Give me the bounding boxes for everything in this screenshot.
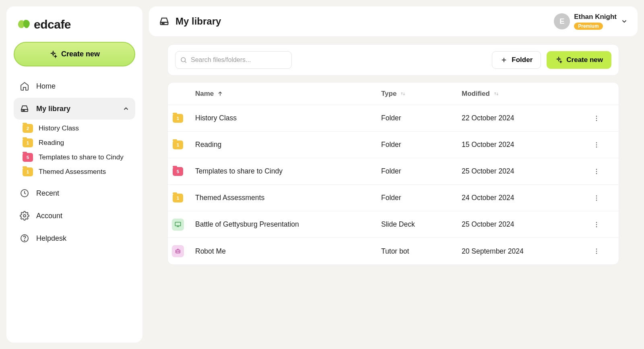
row-more-button[interactable]: [590, 112, 603, 124]
svg-point-28: [596, 222, 597, 223]
row-type: Folder: [381, 140, 462, 149]
sparkle-icon: [49, 50, 57, 58]
nav-helpdesk-label: Helpdesk: [36, 234, 66, 243]
nav-my-library[interactable]: My library: [14, 98, 135, 120]
row-more-button[interactable]: [590, 165, 603, 178]
col-name[interactable]: Name: [195, 90, 381, 98]
row-more-button[interactable]: [590, 245, 603, 257]
svg-point-4: [23, 215, 26, 217]
user-menu[interactable]: E Ethan Knight Premium: [554, 13, 628, 30]
search-wrap: [175, 51, 292, 69]
nav-home-label: Home: [36, 82, 56, 91]
search-input[interactable]: [175, 51, 292, 69]
sidebar-folder-label: Reading: [39, 139, 64, 147]
svg-point-6: [24, 240, 25, 241]
logo: edcafe: [14, 15, 135, 39]
nav-account[interactable]: Account: [14, 205, 135, 227]
svg-point-32: [177, 251, 178, 252]
search-icon: [180, 56, 187, 64]
sidebar-folder-templates-cindy[interactable]: 5 Templates to share to Cindy: [14, 150, 135, 165]
table-row[interactable]: 1Themed AssessmentsFolder24 October 2024: [168, 185, 619, 211]
row-more-button[interactable]: [590, 139, 603, 151]
row-type: Folder: [381, 114, 462, 122]
user-meta: Ethan Knight Premium: [574, 13, 617, 30]
table-row[interactable]: 1ReadingFolder15 October 2024: [168, 132, 619, 158]
svg-point-35: [596, 251, 597, 252]
plus-icon: [500, 56, 508, 64]
create-new-button[interactable]: Create new: [14, 42, 135, 66]
svg-point-8: [162, 23, 163, 24]
nav-home[interactable]: Home: [14, 75, 135, 97]
svg-point-20: [596, 147, 597, 147]
svg-point-19: [596, 144, 597, 145]
row-name: Battle of Gettysburg Presentation: [195, 220, 381, 229]
svg-point-34: [596, 249, 597, 250]
main: My library E Ethan Knight Premium: [149, 6, 638, 343]
table-row[interactable]: 1History ClassFolder22 October 2024: [168, 105, 619, 132]
col-modified-label: Modified: [462, 90, 490, 98]
col-name-label: Name: [195, 90, 214, 98]
nav-recent[interactable]: Recent: [14, 182, 135, 204]
row-type: Tutor bot: [381, 247, 462, 256]
new-folder-label: Folder: [512, 56, 533, 64]
drive-icon: [159, 16, 170, 27]
chevron-up-icon: [122, 105, 130, 112]
sidebar: edcafe Create new Home My library 2: [6, 6, 142, 343]
row-name: Themed Assessments: [195, 194, 381, 202]
sidebar-folder-label: Themed Assessments: [39, 168, 106, 176]
arrow-up-icon: [217, 91, 223, 97]
svg-point-16: [596, 118, 597, 118]
svg-point-18: [596, 142, 597, 143]
logo-text: edcafe: [34, 18, 71, 31]
folder-icon: 5: [172, 166, 184, 177]
row-name: Reading: [195, 140, 381, 149]
sidebar-folder-reading[interactable]: 1 Reading: [14, 136, 135, 150]
new-folder-button[interactable]: Folder: [492, 51, 541, 69]
file-table: Name Type Modified: [167, 82, 619, 265]
toolbar: Folder Create new: [167, 44, 619, 76]
svg-point-23: [596, 173, 597, 174]
sidebar-folder-history-class[interactable]: 2 History Class: [14, 121, 135, 136]
bot-icon: [172, 246, 184, 256]
col-type[interactable]: Type: [381, 90, 462, 98]
clock-icon: [19, 188, 30, 198]
table-row[interactable]: Battle of Gettysburg PresentationSlide D…: [168, 211, 619, 238]
folder-icon: 1: [172, 140, 184, 150]
svg-line-11: [185, 61, 186, 62]
gear-icon: [19, 211, 30, 221]
table-row[interactable]: 5Templates to share to CindyFolder25 Oct…: [168, 158, 619, 185]
folder-icon: 1: [23, 167, 33, 176]
svg-point-36: [596, 253, 597, 254]
toolbar-create-new-button[interactable]: Create new: [547, 51, 611, 69]
sidebar-nav: Home My library 2 History Class 1 Readin…: [14, 75, 135, 249]
svg-point-26: [596, 200, 597, 200]
nav-my-library-label: My library: [36, 105, 70, 113]
svg-point-21: [596, 169, 597, 169]
nav-account-label: Account: [36, 212, 62, 220]
svg-point-30: [596, 226, 597, 227]
sidebar-folder-themed-assessments[interactable]: 1 Themed Assessments: [14, 165, 135, 179]
svg-point-15: [596, 116, 597, 116]
folder-icon: 5: [23, 153, 33, 162]
row-more-button[interactable]: [590, 219, 603, 231]
table-row[interactable]: Robot MeTutor bot20 September 2024: [168, 238, 619, 264]
svg-point-22: [596, 171, 597, 171]
folder-icon: 1: [172, 113, 184, 124]
row-more-button[interactable]: [590, 192, 603, 204]
drive-icon: [19, 103, 30, 114]
row-modified: 25 October 2024: [462, 220, 590, 229]
col-modified[interactable]: Modified: [462, 90, 590, 98]
page-title: My library: [175, 16, 221, 27]
svg-point-17: [596, 120, 597, 121]
logo-icon: [17, 19, 31, 30]
sort-icon: [400, 91, 406, 97]
col-type-label: Type: [381, 90, 396, 98]
row-name: Templates to share to Cindy: [195, 167, 381, 176]
avatar: E: [554, 13, 570, 29]
svg-point-25: [596, 197, 597, 198]
nav-helpdesk[interactable]: Helpdesk: [14, 227, 135, 249]
home-icon: [19, 81, 30, 91]
folder-icon: 1: [172, 193, 184, 203]
svg-point-10: [181, 58, 186, 62]
topbar-left: My library: [159, 16, 221, 27]
